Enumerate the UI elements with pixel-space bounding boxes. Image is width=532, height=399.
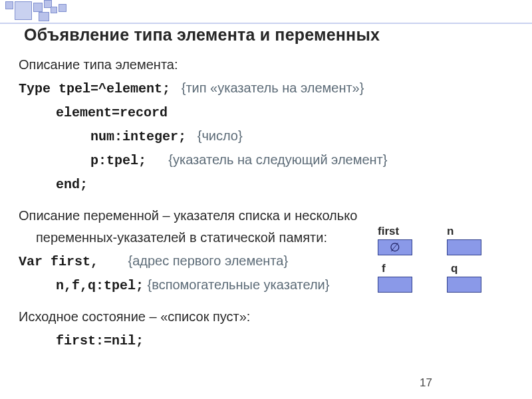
code-line-first-nil: first:=nil; [19, 329, 513, 352]
pointer-diagram: first ∅ n f q [378, 225, 504, 299]
code-line-end: end; [19, 173, 513, 196]
diagram-label-first: first [378, 225, 399, 238]
header-rule [0, 23, 532, 24]
diagram-box-first: ∅ [378, 239, 412, 255]
diagram-box-n [447, 239, 481, 255]
diagram-label-n: n [447, 225, 454, 238]
nil-intro: Исходное состояние – «список пуст»: [19, 306, 513, 328]
code-line-num-integer: num:integer; {число} [19, 125, 513, 148]
diagram-label-f: f [378, 262, 386, 275]
code-line-element-record: element=record [19, 101, 513, 124]
slide-title: Объявление типа элемента и переменных [24, 25, 513, 45]
page-number: 17 [420, 376, 432, 390]
code-line-p-tpel: p:tpel; {указатель на следующий элемент} [19, 149, 513, 172]
diagram-box-q [447, 277, 481, 293]
type-intro: Описание типа элемента: [19, 54, 513, 76]
diagram-box-f [378, 277, 412, 293]
diagram-label-q: q [447, 262, 458, 275]
code-line-type-tpel: Type tpel=^element; {тип «указатель на э… [19, 77, 513, 100]
